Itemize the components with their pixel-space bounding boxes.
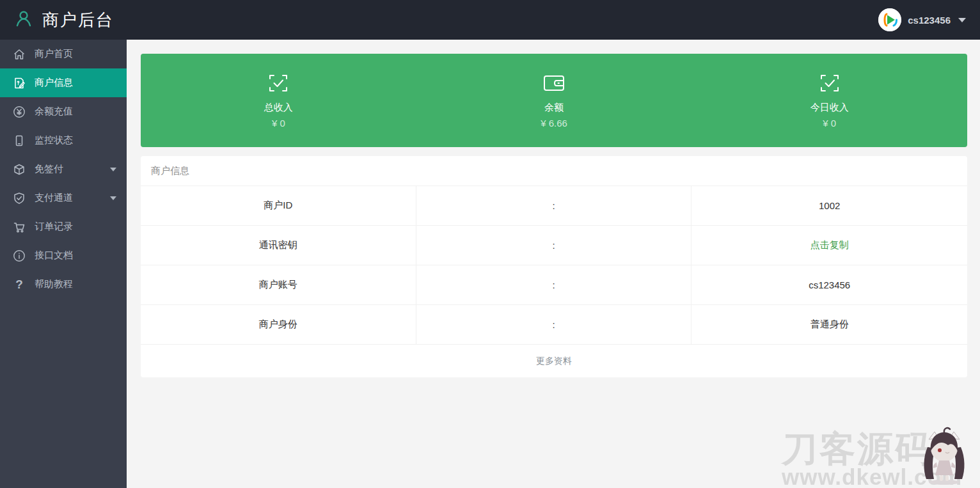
stat-value: ¥ 6.66	[541, 118, 567, 129]
stat-label: 总收入	[264, 102, 293, 114]
sidebar-item-monitor[interactable]: 监控状态	[0, 126, 127, 155]
table-row: 商户账号 : cs123456	[141, 265, 967, 305]
card-title: 商户信息	[141, 156, 967, 186]
row-separator: :	[416, 186, 692, 225]
cart-icon	[13, 221, 26, 233]
avatar[interactable]	[878, 8, 901, 31]
row-label: 商户账号	[141, 265, 416, 304]
user-menu[interactable]: cs123456	[878, 8, 966, 31]
stat-total-income: 总收入 ¥ 0	[141, 54, 416, 147]
row-separator: :	[416, 226, 692, 265]
sidebar-item-label: 商户信息	[35, 77, 73, 89]
stat-label: 余额	[544, 102, 564, 114]
stat-today-income: 今日收入 ¥ 0	[692, 54, 967, 147]
sidebar-item-label: 监控状态	[35, 134, 73, 146]
sidebar-item-home[interactable]: 商户首页	[0, 40, 127, 68]
top-header: 商户后台 cs123456	[0, 0, 980, 40]
merchant-info-card: 商户信息 商户ID : 1002 通讯密钥 : 点击复制 商户账号 : cs12…	[141, 156, 967, 377]
sidebar-item-label: 帮助教程	[35, 278, 73, 290]
table-row: 商户身份 : 普通身份	[141, 305, 967, 345]
more-info-button[interactable]: 更多资料	[141, 345, 967, 377]
person-icon	[14, 9, 33, 31]
info-circle-icon	[13, 249, 26, 262]
stat-value: ¥ 0	[823, 118, 836, 129]
row-value: cs123456	[692, 265, 967, 304]
table-row: 通讯密钥 : 点击复制	[141, 226, 967, 265]
yuan-circle-icon	[13, 106, 26, 118]
row-value: 1002	[692, 186, 967, 225]
stat-balance: 余额 ¥ 6.66	[416, 54, 692, 147]
stats-banner: 总收入 ¥ 0 余额 ¥ 6.66 今日收入	[141, 54, 967, 147]
sidebar-item-api-doc[interactable]: 接口文档	[0, 241, 127, 270]
row-value: 普通身份	[692, 305, 967, 344]
row-label: 商户ID	[141, 186, 416, 225]
scan-check-icon	[267, 72, 289, 94]
home-icon	[13, 48, 26, 61]
table-row: 商户ID : 1002	[141, 186, 967, 226]
main-content: 总收入 ¥ 0 余额 ¥ 6.66 今日收入	[127, 40, 980, 488]
wallet-icon	[542, 72, 565, 94]
sidebar-item-label: 订单记录	[35, 221, 73, 233]
sidebar-item-recharge[interactable]: 余额充值	[0, 97, 127, 126]
question-icon: ?	[13, 278, 26, 291]
stat-value: ¥ 0	[272, 118, 285, 129]
shield-check-icon	[13, 192, 26, 205]
sidebar-item-label: 支付通道	[35, 192, 73, 204]
row-separator: :	[416, 265, 692, 304]
row-value: 点击复制	[692, 226, 967, 265]
sidebar-item-label: 余额充值	[35, 106, 73, 118]
copy-secret-link[interactable]: 点击复制	[810, 239, 849, 251]
sidebar: 商户首页 商户信息 余额充值 监控状态	[0, 40, 127, 488]
row-separator: :	[416, 305, 692, 344]
phone-monitor-icon	[13, 134, 26, 147]
row-label: 通讯密钥	[141, 226, 416, 265]
scan-check-icon	[819, 72, 841, 94]
row-label: 商户身份	[141, 305, 416, 344]
sidebar-item-orders[interactable]: 订单记录	[0, 212, 127, 241]
package-box-icon	[13, 163, 26, 176]
sidebar-item-merchant-info[interactable]: 商户信息	[0, 68, 127, 97]
sidebar-item-label: 商户首页	[35, 48, 73, 60]
sidebar-item-label: 免签付	[35, 163, 63, 175]
sidebar-item-no-sign-pay[interactable]: 免签付	[0, 155, 127, 184]
sidebar-item-help[interactable]: ? 帮助教程	[0, 270, 127, 299]
merchant-info-edit-icon	[13, 77, 26, 90]
chevron-down-icon	[110, 168, 116, 171]
chevron-down-icon	[958, 18, 966, 22]
page-title: 商户后台	[42, 9, 114, 31]
username[interactable]: cs123456	[908, 15, 951, 26]
sidebar-item-label: 接口文档	[35, 249, 73, 262]
chevron-down-icon	[110, 196, 116, 200]
sidebar-item-pay-channel[interactable]: 支付通道	[0, 184, 127, 212]
stat-label: 今日收入	[810, 102, 849, 114]
brand: 商户后台	[14, 9, 114, 31]
